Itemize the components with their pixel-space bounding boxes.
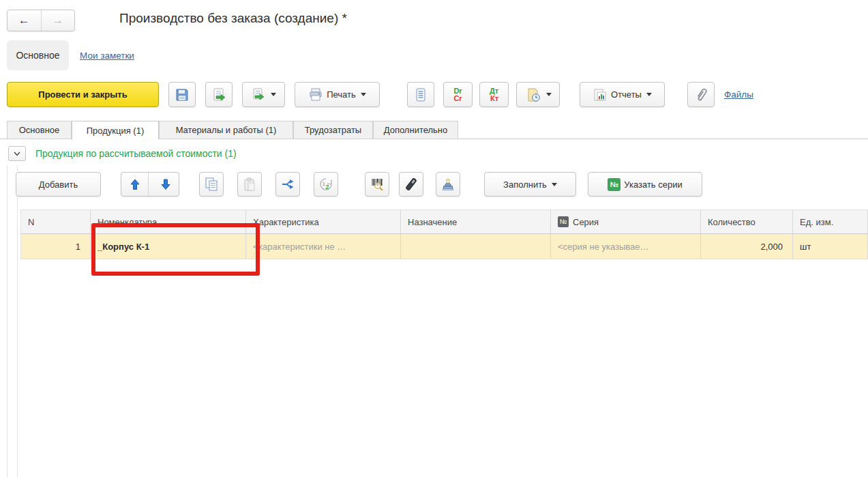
print-label: Печать <box>327 89 356 100</box>
series-number-icon: № <box>608 178 620 191</box>
production-document-window: ← → Производство без заказа (создание) *… <box>0 0 868 477</box>
forward-button[interactable]: → <box>42 10 75 31</box>
dropdown-caret-icon <box>552 183 557 186</box>
table-header-row: N Номенклатура Характеристика Назначение… <box>20 209 868 234</box>
tab-main[interactable]: Основное <box>7 121 72 139</box>
save-icon <box>175 87 190 102</box>
nav-tab-main[interactable]: Основное <box>7 40 69 70</box>
specify-series-button[interactable]: № Указать серии <box>588 172 702 197</box>
section-title: Продукция по рассчитываемой стоимости (1… <box>35 148 237 159</box>
scanner-device-icon <box>404 177 419 192</box>
add-row-button[interactable]: Добавить <box>16 172 101 197</box>
paste-icon <box>242 177 257 192</box>
stamp-icon <box>440 177 455 192</box>
printer-icon <box>308 88 323 102</box>
document-clock-icon <box>525 87 541 102</box>
document-register-button[interactable] <box>407 82 434 107</box>
column-header-characteristic[interactable]: Характеристика <box>246 209 401 234</box>
cell-n[interactable]: 1 <box>20 234 91 259</box>
series-badge-icon: № <box>558 216 569 227</box>
scanner-button[interactable] <box>399 172 423 197</box>
arrow-up-icon <box>130 179 140 190</box>
paste-row-button[interactable] <box>237 172 262 197</box>
arrow-down-icon <box>160 179 171 190</box>
renumber-rows-button[interactable]: 12 <box>314 172 338 197</box>
column-header-series[interactable]: № Серия <box>551 209 701 234</box>
tab-additional[interactable]: Дополнительно <box>373 121 458 139</box>
column-header-unit[interactable]: Ед. изм. <box>793 209 868 234</box>
nav-tab-my-notes[interactable]: Мои заметки <box>80 50 134 61</box>
page-title: Производство без заказа (создание) * <box>119 11 347 26</box>
document-tabbar: Основное Продукция (1) Материалы и работ… <box>0 121 868 139</box>
save-button[interactable] <box>168 82 196 107</box>
print-button[interactable]: Печать <box>295 82 380 107</box>
column-header-n[interactable]: N <box>20 209 91 234</box>
specify-series-label: Указать серии <box>624 179 682 190</box>
files-link[interactable]: Файлы <box>724 89 753 100</box>
move-row-group <box>121 172 179 197</box>
forward-arrow-icon: → <box>52 14 63 27</box>
dropdown-caret-icon <box>361 93 366 96</box>
document-movements-button[interactable] <box>516 82 560 107</box>
cell-characteristic[interactable]: <характеристики не … <box>246 234 401 259</box>
cell-nomenclature[interactable]: _Корпус К-1 <box>91 234 246 259</box>
reports-label: Отчеты <box>611 89 642 100</box>
renumber-icon: 12 <box>318 177 333 192</box>
group-border-line <box>7 165 8 477</box>
history-nav-group: ← → <box>7 10 75 31</box>
post-and-close-button[interactable]: Провести и закрыть <box>7 82 159 107</box>
chevron-down-icon <box>14 151 20 156</box>
cell-series[interactable]: <серия не указывае… <box>551 234 701 259</box>
tab-labor[interactable]: Трудозатраты <box>293 121 373 139</box>
column-header-nomenclature[interactable]: Номенклатура <box>91 209 246 234</box>
drcr-icon: DrCr <box>453 87 462 102</box>
register-list-icon <box>414 87 428 102</box>
dropdown-caret-icon <box>646 93 652 96</box>
drcr-entries-button[interactable]: DrCr <box>443 82 473 107</box>
barcode-magnifier-icon <box>370 177 385 192</box>
back-arrow-icon: ← <box>18 14 30 27</box>
report-chart-icon <box>593 87 608 102</box>
post-document-button[interactable] <box>205 82 233 107</box>
split-row-button[interactable] <box>275 172 300 197</box>
create-based-on-button[interactable] <box>242 82 285 107</box>
branch-arrows-icon <box>280 177 295 191</box>
products-table: N Номенклатура Характеристика Назначение… <box>20 209 868 259</box>
fill-label: Заполнить <box>503 179 547 190</box>
dropdown-caret-icon <box>546 93 552 96</box>
dtkt-entries-button[interactable]: ДтКт <box>479 82 509 107</box>
copy-row-button[interactable] <box>199 172 224 197</box>
move-row-down-button[interactable] <box>152 173 179 196</box>
barcode-search-button[interactable] <box>365 172 389 197</box>
reports-button[interactable]: Отчеты <box>580 82 665 107</box>
attachments-button[interactable] <box>687 82 715 107</box>
cell-purpose[interactable] <box>401 234 551 259</box>
paperclip-icon <box>694 87 708 102</box>
dtkt-icon: ДтКт <box>490 87 498 102</box>
stamp-button[interactable] <box>436 172 460 197</box>
column-header-purpose[interactable]: Назначение <box>401 209 551 234</box>
cell-quantity[interactable]: 2,000 <box>701 234 793 259</box>
post-document-icon <box>211 87 226 102</box>
tab-products[interactable]: Продукция (1) <box>72 121 159 140</box>
column-header-quantity[interactable]: Количество <box>701 209 793 234</box>
dropdown-caret-icon <box>271 93 276 96</box>
collapse-section-button[interactable] <box>8 146 26 161</box>
fill-button[interactable]: Заполнить <box>484 172 576 197</box>
svg-text:2: 2 <box>326 184 329 190</box>
create-based-on-icon <box>251 87 266 102</box>
table-row[interactable]: 1 _Корпус К-1 <характеристики не … <сери… <box>20 234 868 259</box>
copy-icon <box>204 177 219 192</box>
cell-unit[interactable]: шт <box>793 234 868 259</box>
back-button[interactable]: ← <box>8 10 42 31</box>
move-row-up-button[interactable] <box>121 173 149 196</box>
table-border-line <box>17 165 18 477</box>
tab-materials[interactable]: Материалы и работы (1) <box>159 121 293 139</box>
